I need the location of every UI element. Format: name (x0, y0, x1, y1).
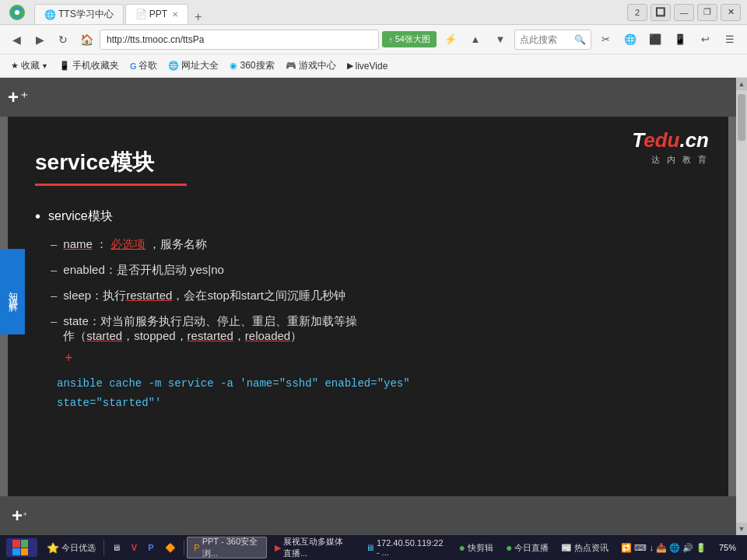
scroll-down-arrow[interactable]: ▼ (736, 523, 747, 535)
state-comma3: ， (233, 329, 245, 342)
bookmark-live[interactable]: ▶ liveVide (342, 59, 393, 73)
taskbar-app-ssh[interactable]: 🖥 172.40.50.119:22 - ... (359, 537, 450, 558)
bottom-plus-button[interactable]: + (12, 505, 23, 527)
mobile-icon-btn[interactable]: 📱 (669, 30, 691, 50)
bookmarks-bar: ★ 收藏 ▼ 📱 手机收藏夹 G 谷歌 🌐 网址大全 ◉ 360搜索 🎮 游戏中… (0, 54, 747, 78)
tray-icon-7: 🔋 (696, 543, 707, 553)
sub-item-state: – state：对当前服务执行启动、停止、重启、重新加载等操 作（started… (51, 314, 701, 344)
hot-news-icon: 📰 (561, 543, 572, 553)
taskbar-icon-2-symbol: V (132, 543, 137, 552)
knowledge-tab[interactable]: 知识讲解 (0, 249, 25, 334)
logo-edu: edu (644, 128, 679, 152)
hot-news[interactable]: 📰 热点资讯 (556, 542, 613, 554)
hot-news-label: 热点资讯 (574, 542, 608, 554)
search-button[interactable]: 🔍 (574, 34, 586, 45)
bookmark-mobile[interactable]: 📱 手机收藏夹 (54, 58, 124, 74)
tab-ppt[interactable]: 📄 PPT ✕ (125, 4, 188, 24)
search-box[interactable]: 🔍 (514, 30, 591, 50)
quick-clip-label: 快剪辑 (468, 542, 493, 554)
refresh-button[interactable]: ↻ (53, 30, 73, 50)
translate-icon-btn[interactable]: 🌐 (619, 30, 641, 50)
mobile-bm-icon: 📱 (59, 61, 70, 71)
close-button[interactable]: ✕ (721, 4, 741, 21)
address-bar[interactable]: http://tts.tmooc.cn/ttsPa (100, 30, 379, 50)
slide-title-area: service模块 (35, 148, 701, 186)
tab-tts-label: TTS学习中心 (58, 8, 114, 21)
tab-tts[interactable]: 🌐 TTS学习中心 (34, 4, 124, 24)
state-paren: ） (290, 329, 302, 342)
taskbar-icon-4[interactable]: 🔶 (160, 543, 181, 553)
scroll-up-arrow[interactable]: ▲ (736, 78, 747, 90)
browser-window: 🌐 TTS学习中心 📄 PPT ✕ + 2 🔲 — ❐ ✕ ◀ ▶ ↻ 🏠 ht… (0, 0, 747, 560)
red-plus: + (65, 350, 701, 366)
sub-item-enabled: – enabled：是否开机启动 yes|no (51, 263, 701, 278)
taskbar-icon-1[interactable]: 🖥 (107, 543, 125, 552)
upload-button[interactable]: ↑ 54张大图 (382, 31, 437, 47)
games-icon: 🎮 (286, 61, 296, 71)
menu-icon-btn[interactable]: ☰ (719, 30, 741, 50)
back-button[interactable]: ◀ (6, 30, 26, 50)
dash-icon-state: – (51, 314, 57, 327)
tabs-area: 🌐 TTS学习中心 📄 PPT ✕ + (34, 0, 621, 24)
tray-icon-5: 🌐 (669, 543, 680, 553)
main-bullet-text: service模块 (48, 208, 113, 225)
scrollbar[interactable]: ▲ ▼ (736, 78, 747, 535)
start-button[interactable] (6, 538, 37, 557)
today-icon: ⭐ (47, 542, 59, 554)
taskbar-app-media-icon: ▶ (275, 543, 281, 553)
apps-icon-btn[interactable]: ⬛ (644, 30, 666, 50)
live-stream-icon: ● (506, 541, 512, 554)
tab-add-button[interactable]: + (190, 10, 206, 24)
taskbar-app-ppt[interactable]: P PPT - 360安全浏... (187, 537, 267, 558)
tray-icon-4: 📥 (656, 543, 667, 553)
quick-clip[interactable]: ● 快剪辑 (454, 541, 498, 554)
nav-extra-icons: ✂ 🌐 ⬛ 📱 ↩ ☰ (594, 30, 741, 50)
state-comma1: ， (122, 329, 134, 342)
state-comma2: ， (176, 329, 188, 342)
bottom-control-bar: + ⁺ (0, 496, 736, 535)
bookmark-games[interactable]: 🎮 游戏中心 (281, 58, 341, 74)
minimize-button[interactable]: 🔲 (651, 4, 671, 21)
name-rest: ，服务名称 (149, 237, 207, 250)
tray-icon-3: ↓ (649, 543, 654, 552)
bookmark-url[interactable]: 🌐 网址大全 (163, 58, 223, 74)
nav-icon-btn-2[interactable]: ▲ (465, 30, 486, 50)
tab-ppt-close[interactable]: ✕ (172, 10, 178, 19)
nav-icon-btn-3[interactable]: ▼ (489, 30, 511, 50)
forward-button[interactable]: ▶ (30, 30, 50, 50)
slide-main-area: 知识讲解 Tedu.cn 达 内 教 育 service模块 (0, 117, 736, 496)
name-separator: ： (96, 237, 107, 250)
code-line1: ansible cache -m service -a 'name="sshd"… (57, 377, 410, 390)
upload-icon: ↑ (388, 35, 393, 44)
taskbar-icon-2[interactable]: V (127, 543, 142, 552)
taskbar-app-ssh-label: 172.40.50.119:22 - ... (377, 538, 444, 557)
bookmark-360[interactable]: ◉ 360搜索 (225, 58, 279, 74)
scroll-thumb[interactable] (738, 94, 745, 141)
nav-icon-btn-1[interactable]: ⚡ (440, 30, 461, 50)
taskbar-icon-3[interactable]: P (143, 543, 158, 552)
taskbar-today[interactable]: ⭐ 今日优选 (42, 542, 100, 554)
bottom-plus-super: ⁺ (23, 510, 27, 521)
state-stopped: stopped (134, 329, 175, 342)
bookmark-favorites-label: 收藏 (21, 59, 40, 72)
tools-icon-btn[interactable]: ✂ (594, 30, 616, 50)
taskbar-icon-1-symbol: 🖥 (112, 543, 121, 552)
down-arrow-icon: ▼ (738, 525, 745, 533)
search-input[interactable] (520, 34, 574, 45)
state-started: started (86, 329, 122, 342)
windows-logo (12, 540, 28, 555)
maximize-button[interactable]: ❐ (697, 4, 717, 21)
home-button[interactable]: 🏠 (76, 30, 96, 50)
live-stream[interactable]: ● 今日直播 (501, 541, 553, 554)
state-reloaded: reloaded (245, 329, 290, 342)
restore-button[interactable]: — (674, 4, 694, 21)
taskbar-app-ppt-label: PPT - 360安全浏... (202, 536, 260, 559)
top-plus-button[interactable]: + (8, 86, 19, 108)
time-area: ● 快剪辑 ● 今日直播 📰 热点资讯 🔁 ⌨ ↓ 📥 🌐 🔊 🔋 (454, 541, 741, 554)
win-logo-q1 (12, 540, 20, 548)
taskbar-app-media[interactable]: ▶ 展视互动多媒体直播... (268, 537, 358, 558)
bookmark-favorites[interactable]: ★ 收藏 ▼ (6, 58, 53, 74)
bookmark-google[interactable]: G 谷歌 (125, 58, 163, 74)
star-icon: ★ (11, 61, 19, 71)
history-icon-btn[interactable]: ↩ (694, 30, 716, 50)
